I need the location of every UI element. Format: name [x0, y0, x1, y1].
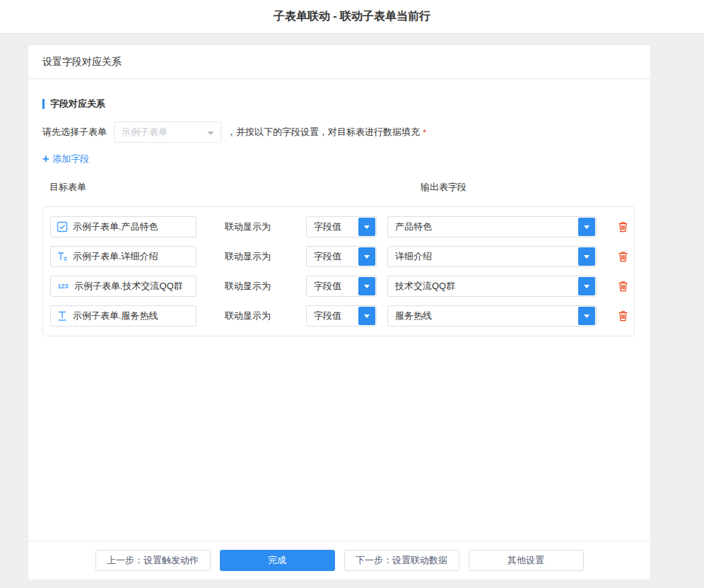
finish-button[interactable]: 完成 — [220, 550, 335, 571]
subform-select[interactable]: 示例子表单 — [114, 122, 221, 143]
card-footer: 上一步：设置触发动作 完成 下一步：设置联动数据 其他设置 — [28, 541, 650, 580]
target-field-input[interactable]: 示例子表单.服务热线 — [50, 305, 196, 327]
textarea-field-icon — [57, 251, 68, 262]
column-headers: 目标表单 输出表字段 — [42, 181, 636, 194]
page-content: 设置字段对应关系 字段对应关系 请先选择子表单 示例子表单 ，并按以下的字段设置… — [0, 34, 704, 580]
card-header: 设置字段对应关系 — [28, 45, 650, 79]
output-field-value: 服务热线 — [388, 306, 596, 326]
chevron-down-icon[interactable] — [578, 277, 595, 295]
value-type-select[interactable]: 字段值 — [306, 246, 377, 267]
target-field-input[interactable]: 示例子表单.产品特色 — [50, 216, 196, 237]
value-type-select[interactable]: 字段值 — [306, 276, 377, 297]
chevron-down-icon[interactable] — [358, 277, 375, 295]
chevron-down-icon[interactable] — [358, 307, 375, 325]
target-field-name: 示例子表单.详细介绍 — [73, 250, 158, 263]
page-title: 子表单联动 - 联动子表单当前行 — [274, 9, 430, 24]
field-mapping-row: 示例子表单.服务热线 联动显示为 字段值 服务热线 — [50, 301, 628, 331]
target-field-name: 示例子表单.服务热线 — [73, 310, 158, 322]
text-field-icon — [57, 310, 68, 322]
other-settings-button[interactable]: 其他设置 — [469, 550, 584, 571]
card-body: 字段对应关系 请先选择子表单 示例子表单 ，并按以下的字段设置，对目标表进行数据… — [28, 79, 650, 541]
delete-row-button[interactable] — [618, 281, 628, 292]
output-field-value: 产品特色 — [388, 217, 596, 237]
link-mode-label: 联动显示为 — [225, 280, 271, 293]
required-asterisk: * — [423, 127, 426, 138]
output-field-value: 详细介绍 — [388, 247, 596, 266]
accent-bar — [42, 99, 45, 109]
chevron-down-icon[interactable] — [578, 307, 595, 325]
add-field-label: 添加字段 — [52, 153, 89, 165]
output-field-select[interactable]: 产品特色 — [387, 216, 597, 237]
chevron-down-icon[interactable] — [578, 218, 595, 236]
settings-card: 设置字段对应关系 字段对应关系 请先选择子表单 示例子表单 ，并按以下的字段设置… — [28, 45, 650, 580]
field-mapping-row: 123 示例子表单.技术交流QQ群 联动显示为 字段值 技术交流QQ群 — [50, 271, 628, 301]
subform-select-label: 请先选择子表单 — [42, 126, 107, 139]
delete-row-button[interactable] — [618, 221, 628, 233]
col-output-header: 输出表字段 — [421, 181, 467, 194]
target-field-input[interactable]: 示例子表单.详细介绍 — [50, 246, 196, 267]
link-mode-label: 联动显示为 — [225, 310, 271, 322]
field-mapping-row: 示例子表单.详细介绍 联动显示为 字段值 详细介绍 — [50, 242, 628, 271]
target-field-name: 示例子表单.产品特色 — [73, 220, 158, 233]
target-field-name: 示例子表单.技术交流QQ群 — [74, 280, 183, 293]
output-field-select[interactable]: 详细介绍 — [387, 246, 597, 267]
chevron-down-icon — [207, 131, 214, 135]
plus-icon: + — [42, 153, 49, 165]
chevron-down-icon[interactable] — [358, 218, 375, 236]
delete-row-button[interactable] — [618, 251, 628, 262]
output-field-select[interactable]: 技术交流QQ群 — [387, 276, 597, 297]
checkbox-field-icon — [57, 221, 68, 233]
col-target-header: 目标表单 — [49, 181, 86, 194]
section-title: 字段对应关系 — [42, 98, 636, 110]
delete-row-button[interactable] — [618, 310, 628, 322]
page-header: 子表单联动 - 联动子表单当前行 — [0, 0, 704, 34]
target-field-input[interactable]: 123 示例子表单.技术交流QQ群 — [50, 276, 196, 297]
chevron-down-icon[interactable] — [358, 247, 375, 266]
section-title-text: 字段对应关系 — [50, 98, 105, 110]
number-field-icon: 123 — [57, 281, 69, 292]
next-step-button[interactable]: 下一步：设置联动数据 — [344, 550, 459, 571]
value-type-select[interactable]: 字段值 — [306, 305, 377, 327]
card-title: 设置字段对应关系 — [42, 56, 122, 69]
output-field-select[interactable]: 服务热线 — [387, 305, 597, 327]
add-field-button[interactable]: + 添加字段 — [42, 153, 89, 165]
field-mapping-list: 示例子表单.产品特色 联动显示为 字段值 产品特色 — [42, 206, 635, 336]
link-mode-label: 联动显示为 — [225, 250, 271, 263]
value-type-select[interactable]: 字段值 — [306, 216, 377, 237]
chevron-down-icon[interactable] — [578, 247, 595, 266]
field-mapping-row: 示例子表单.产品特色 联动显示为 字段值 产品特色 — [50, 212, 628, 242]
output-field-value: 技术交流QQ群 — [388, 276, 596, 296]
link-mode-label: 联动显示为 — [225, 220, 271, 233]
subform-select-row: 请先选择子表单 示例子表单 ，并按以下的字段设置，对目标表进行数据填充 * — [42, 122, 636, 143]
prev-step-button[interactable]: 上一步：设置触发动作 — [95, 550, 211, 571]
subform-select-value: 示例子表单 — [122, 126, 168, 139]
select-suffix-text: ，并按以下的字段设置，对目标表进行数据填充 — [227, 126, 420, 139]
